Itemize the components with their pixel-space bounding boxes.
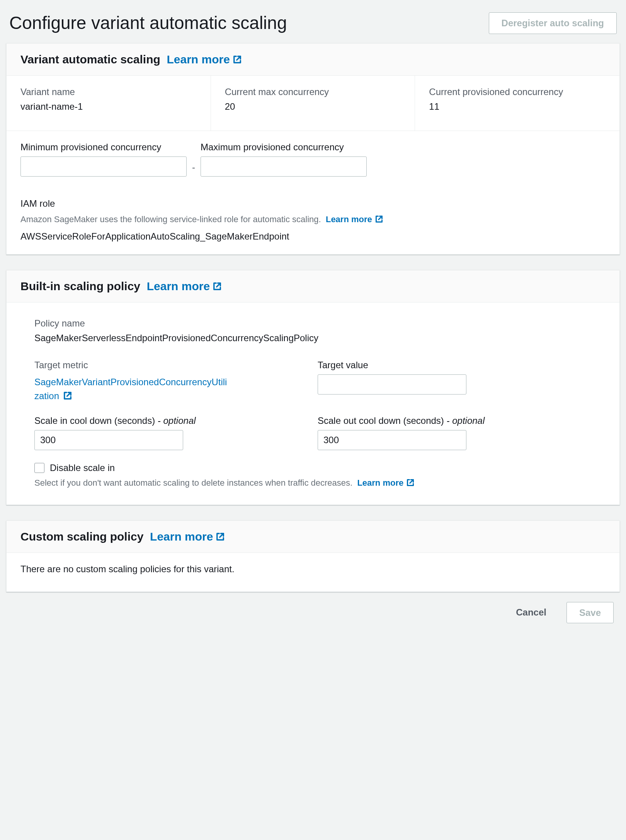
kv-value: 11: [429, 101, 606, 112]
iam-role-label: IAM role: [20, 198, 606, 209]
range-dash: -: [192, 162, 195, 177]
card-header: Custom scaling policy Learn more: [7, 521, 619, 553]
disable-scale-in-learn-more-link[interactable]: Learn more: [357, 476, 414, 489]
learn-more-text: Learn more: [167, 53, 230, 66]
current-max-concurrency-cell: Current max concurrency 20: [211, 76, 415, 131]
learn-more-text: Learn more: [147, 280, 210, 293]
external-link-icon: [63, 391, 72, 400]
card-header: Variant automatic scaling Learn more: [7, 44, 619, 76]
kv-value: variant-name-1: [20, 101, 197, 112]
section-title: Custom scaling policy: [20, 530, 143, 543]
disable-scale-in-hint: Select if you don't want automatic scali…: [34, 478, 352, 488]
scale-out-cooldown-input[interactable]: [318, 430, 466, 450]
policy-name-label: Policy name: [34, 318, 592, 329]
external-link-icon: [213, 282, 221, 291]
external-link-icon: [407, 479, 414, 486]
learn-more-link[interactable]: Learn more: [167, 53, 241, 66]
iam-role-value: AWSServiceRoleForApplicationAutoScaling_…: [20, 231, 606, 242]
kv-value: 20: [225, 101, 401, 112]
target-value-input[interactable]: [318, 374, 466, 394]
deregister-auto-scaling-button[interactable]: Deregister auto scaling: [489, 12, 617, 34]
learn-more-link[interactable]: Learn more: [147, 280, 221, 293]
kv-label: Current provisioned concurrency: [429, 87, 606, 97]
scale-in-cooldown-label: Scale in cool down (seconds): [34, 415, 155, 426]
section-title: Variant automatic scaling: [20, 53, 160, 66]
external-link-icon: [375, 215, 383, 223]
custom-scaling-policy-card: Custom scaling policy Learn more There a…: [6, 520, 620, 592]
card-header: Built-in scaling policy Learn more: [7, 270, 619, 303]
disable-scale-in-checkbox[interactable]: [34, 463, 44, 473]
min-provisioned-concurrency-label: Minimum provisioned concurrency: [20, 142, 187, 153]
builtin-scaling-policy-card: Built-in scaling policy Learn more Polic…: [6, 270, 620, 505]
optional-label: - optional: [447, 415, 485, 426]
page-title: Configure variant automatic scaling: [9, 12, 287, 34]
target-metric-label: Target metric: [34, 360, 308, 371]
variant-name-cell: Variant name variant-name-1: [7, 76, 211, 131]
learn-more-link[interactable]: Learn more: [150, 530, 225, 543]
save-button[interactable]: Save: [566, 602, 614, 624]
disable-scale-in-label: Disable scale in: [50, 463, 115, 473]
cancel-button[interactable]: Cancel: [504, 603, 559, 622]
scale-in-cooldown-input[interactable]: [34, 430, 183, 450]
optional-label: - optional: [158, 415, 196, 426]
iam-role-hint: Amazon SageMaker uses the following serv…: [20, 214, 321, 224]
max-provisioned-concurrency-label: Maximum provisioned concurrency: [201, 142, 367, 153]
kv-label: Current max concurrency: [225, 87, 401, 97]
current-provisioned-concurrency-cell: Current provisioned concurrency 11: [415, 76, 619, 131]
section-title: Built-in scaling policy: [20, 280, 140, 292]
learn-more-text: Learn more: [357, 476, 403, 489]
kv-label: Variant name: [20, 87, 197, 97]
target-metric-link[interactable]: SageMakerVariantProvisionedConcurrencyUt…: [34, 377, 227, 401]
iam-role-learn-more-link[interactable]: Learn more: [326, 213, 383, 226]
scale-out-cooldown-label: Scale out cool down (seconds): [318, 415, 444, 426]
learn-more-text: Learn more: [150, 530, 213, 543]
variant-automatic-scaling-card: Variant automatic scaling Learn more Var…: [6, 43, 620, 255]
target-value-label: Target value: [318, 360, 592, 371]
custom-policy-empty-text: There are no custom scaling policies for…: [20, 564, 606, 575]
external-link-icon: [216, 532, 225, 541]
max-provisioned-concurrency-input[interactable]: [201, 156, 367, 177]
learn-more-text: Learn more: [326, 213, 372, 226]
external-link-icon: [233, 55, 242, 64]
policy-name-value: SageMakerServerlessEndpointProvisionedCo…: [34, 333, 592, 343]
min-provisioned-concurrency-input[interactable]: [20, 156, 187, 177]
